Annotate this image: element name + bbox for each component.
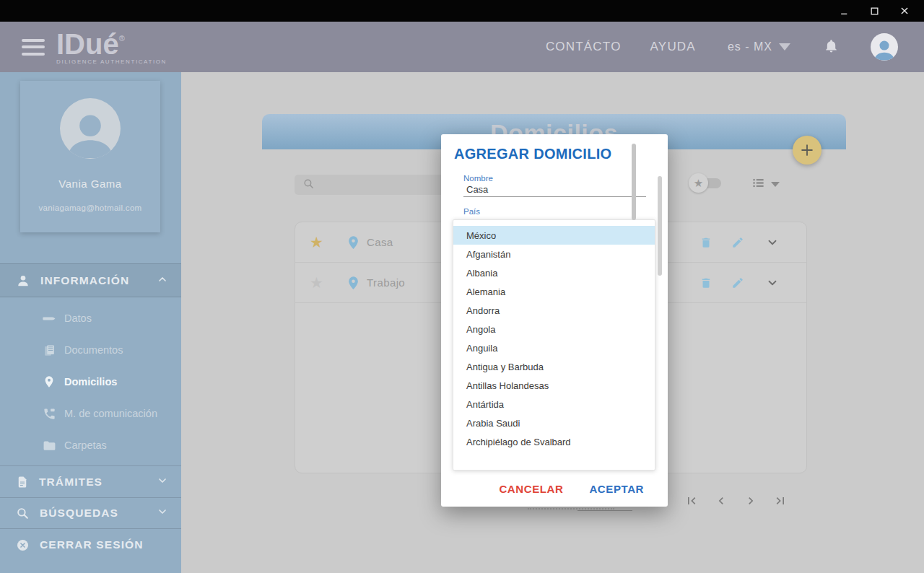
list-view-icon bbox=[751, 176, 765, 193]
chevron-down-icon bbox=[771, 182, 780, 187]
window-titlebar bbox=[0, 0, 924, 22]
nav-contact-link[interactable]: CONTÁCTO bbox=[546, 40, 622, 54]
sidebar-item-carpetas[interactable]: Carpetas bbox=[0, 429, 181, 461]
card-icon bbox=[42, 312, 56, 325]
add-address-button[interactable] bbox=[793, 136, 821, 165]
country-name: Alemania bbox=[466, 286, 505, 297]
user-email: vaniagamag@hotmail.com bbox=[20, 204, 160, 212]
sidebar-logout[interactable]: CERRAR SESIÓN bbox=[0, 529, 181, 561]
country-name: Andorra bbox=[466, 305, 500, 316]
sidebar-section-busquedas[interactable]: BÚSQUEDAS bbox=[0, 497, 181, 529]
country-option[interactable]: Anguila bbox=[453, 338, 655, 357]
country-name: Albania bbox=[466, 268, 497, 279]
search-icon bbox=[16, 507, 30, 520]
delete-icon[interactable] bbox=[699, 236, 712, 249]
country-option[interactable]: Antártida bbox=[453, 395, 655, 414]
user-name: Vania Gama bbox=[20, 178, 160, 190]
user-card: Vania Gama vaniagamag@hotmail.com bbox=[20, 81, 160, 232]
country-option[interactable]: Arabia Saudi bbox=[453, 414, 655, 432]
previous-page-icon[interactable] bbox=[714, 494, 728, 508]
country-name: México bbox=[466, 230, 496, 241]
country-option[interactable]: Antillas Holandesas bbox=[453, 376, 655, 395]
document-icon bbox=[16, 476, 29, 489]
sidebar-section-label: INFORMACIÓN bbox=[40, 274, 129, 287]
sidebar-item-domicilios[interactable]: Domicilios bbox=[0, 366, 181, 398]
chevron-down-icon bbox=[157, 475, 168, 489]
view-options-dropdown[interactable] bbox=[751, 176, 780, 193]
delete-icon[interactable] bbox=[699, 276, 712, 289]
favorite-star-icon[interactable]: ★ bbox=[310, 274, 327, 292]
country-option[interactable]: Angola bbox=[453, 320, 655, 338]
sidebar-item-datos[interactable]: Datos bbox=[0, 302, 181, 334]
close-circle-icon bbox=[16, 538, 30, 552]
list-scrollbar[interactable] bbox=[632, 144, 636, 220]
nombre-label: Nombre bbox=[463, 174, 493, 183]
language-selector[interactable]: es - MX bbox=[728, 40, 790, 53]
address-name: Trabajo bbox=[367, 276, 405, 289]
sidebar-section-informacion[interactable]: INFORMACIÓN bbox=[0, 263, 181, 297]
user-avatar[interactable] bbox=[871, 33, 898, 61]
documents-icon bbox=[42, 344, 56, 357]
add-address-dialog: AGREGAR DOMICILIO Nombre Casa País Méxic… bbox=[441, 134, 668, 507]
chevron-down-icon bbox=[779, 43, 790, 51]
first-page-icon[interactable] bbox=[684, 494, 699, 508]
sidebar-section-label: CERRAR SESIÓN bbox=[40, 538, 143, 551]
favorites-filter-toggle[interactable]: ★ bbox=[689, 173, 721, 193]
search-icon bbox=[302, 178, 315, 193]
country-option[interactable]: Albania bbox=[453, 263, 655, 282]
person-icon bbox=[16, 274, 30, 288]
country-option[interactable]: Alemania bbox=[453, 282, 655, 301]
country-option[interactable]: Andorra bbox=[453, 301, 655, 320]
location-pin-icon bbox=[347, 235, 359, 250]
sidebar-item-documentos[interactable]: Documentos bbox=[0, 334, 181, 366]
logo-title: IDué bbox=[56, 28, 119, 60]
last-page-icon[interactable] bbox=[773, 494, 788, 508]
menu-icon[interactable] bbox=[22, 39, 45, 56]
close-icon[interactable] bbox=[892, 1, 917, 20]
country-name: Anguila bbox=[466, 343, 497, 354]
sidebar-item-label: Documentos bbox=[64, 344, 123, 356]
logo-subtitle: DILIGENCE AUTHENTICATION bbox=[56, 59, 167, 65]
country-name: Arabia Saudi bbox=[466, 418, 520, 429]
sidebar-item-label: Domicilios bbox=[64, 376, 117, 388]
country-option[interactable]: Afganistán bbox=[453, 245, 655, 263]
expand-chevron-icon[interactable] bbox=[766, 276, 779, 289]
next-page-icon[interactable] bbox=[744, 494, 758, 508]
accept-button[interactable]: ACEPTAR bbox=[589, 483, 644, 495]
phone-icon bbox=[42, 407, 56, 421]
country-name: Angola bbox=[466, 324, 495, 335]
favorite-star-icon[interactable]: ★ bbox=[310, 234, 327, 251]
dialog-scrollbar[interactable] bbox=[658, 176, 662, 276]
country-option[interactable]: Archipiélago de Svalbard bbox=[453, 432, 655, 451]
country-name: Antillas Holandesas bbox=[466, 380, 549, 391]
country-name: Antigua y Barbuda bbox=[466, 362, 544, 372]
address-name: Casa bbox=[367, 236, 393, 248]
country-option[interactable]: Antigua y Barbuda bbox=[453, 357, 655, 376]
sidebar-section-tramites[interactable]: TRÁMITES bbox=[0, 465, 181, 497]
sidebar-section-label: BÚSQUEDAS bbox=[40, 507, 118, 520]
sidebar: Vania Gama vaniagamag@hotmail.com INFORM… bbox=[0, 72, 181, 573]
sidebar-item-label: Datos bbox=[64, 312, 92, 324]
cancel-button[interactable]: CANCELAR bbox=[499, 483, 563, 495]
app-logo: IDué® DILIGENCE AUTHENTICATION bbox=[56, 30, 167, 65]
user-card-avatar bbox=[60, 98, 121, 159]
chevron-up-icon bbox=[157, 274, 168, 288]
expand-chevron-icon[interactable] bbox=[766, 236, 779, 249]
chevron-down-icon bbox=[157, 506, 168, 520]
sidebar-item-medios-comunicacion[interactable]: M. de comunicación bbox=[0, 398, 181, 429]
nav-help-link[interactable]: AYUDA bbox=[650, 40, 696, 54]
country-option[interactable]: México bbox=[453, 226, 655, 245]
country-name: Afganistán bbox=[466, 249, 510, 260]
minimize-icon[interactable] bbox=[832, 1, 856, 20]
folder-icon bbox=[42, 439, 56, 452]
pin-icon bbox=[42, 375, 56, 388]
sidebar-item-label: Carpetas bbox=[64, 439, 107, 451]
registered-mark: ® bbox=[119, 34, 125, 43]
edit-icon[interactable] bbox=[731, 236, 744, 249]
maximize-icon[interactable] bbox=[862, 1, 886, 20]
edit-icon[interactable] bbox=[731, 276, 744, 289]
app-window: IDué® DILIGENCE AUTHENTICATION CONTÁCTO … bbox=[0, 0, 924, 573]
notifications-bell-icon[interactable] bbox=[824, 38, 839, 56]
sidebar-item-label: M. de comunicación bbox=[64, 408, 157, 419]
top-navbar: IDué® DILIGENCE AUTHENTICATION CONTÁCTO … bbox=[0, 22, 924, 72]
